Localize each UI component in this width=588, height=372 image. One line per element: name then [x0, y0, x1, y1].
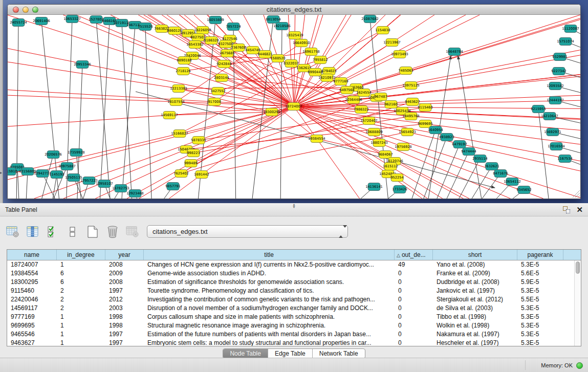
table-row[interactable]: 1456911722003Disruption of a novel membe… — [7, 304, 574, 313]
select-rows-icon[interactable] — [45, 224, 60, 239]
close-panel-icon[interactable]: ✕ — [576, 206, 583, 213]
table-cell[interactable]: 1 — [57, 330, 105, 339]
network-node[interactable]: 1615112 — [383, 163, 398, 170]
network-node[interactable]: 20691406 — [33, 17, 50, 25]
network-node[interactable]: 12213967 — [383, 39, 401, 47]
network-node[interactable]: 1167534 — [557, 155, 572, 163]
table-row[interactable]: 1938455462009Genome-wide association stu… — [7, 269, 574, 278]
network-node[interactable]: 17016504 — [548, 143, 565, 150]
network-node[interactable]: 9329981 — [552, 53, 567, 61]
network-edge[interactable] — [8, 112, 272, 180]
network-node[interactable]: 967487 — [374, 93, 387, 101]
network-node[interactable]: 3427552 — [210, 87, 225, 95]
network-node[interactable]: 10973493 — [391, 51, 408, 58]
table-cell[interactable]: 0 — [395, 339, 433, 346]
network-view-window[interactable]: citations_edges.txt 18724007240557242069… — [7, 4, 581, 199]
network-node[interactable]: 10688809 — [365, 128, 383, 136]
table-cell[interactable]: de Silva et al. (2003) — [433, 304, 517, 313]
network-edge[interactable] — [392, 15, 434, 42]
network-node[interactable]: 9227342 — [551, 68, 566, 75]
table-cell[interactable]: 0 — [395, 321, 433, 330]
network-node[interactable]: 13975125 — [402, 82, 420, 90]
table-cell[interactable]: 1 — [57, 313, 105, 321]
network-edge[interactable] — [317, 139, 360, 199]
network-node[interactable]: 9345652 — [516, 186, 531, 194]
network-node[interactable]: 8938923 — [439, 134, 454, 141]
network-node[interactable]: 16640910 — [293, 39, 310, 47]
table-cell[interactable]: 1997 — [105, 287, 144, 295]
network-edge[interactable] — [191, 98, 377, 163]
network-node[interactable]: 9777169 — [333, 78, 348, 85]
network-node[interactable]: 1733426 — [392, 186, 407, 193]
network-edge[interactable] — [202, 132, 407, 174]
network-node[interactable]: 6497568 — [339, 86, 354, 94]
table-cell[interactable]: Investigating the contribution of common… — [144, 295, 395, 304]
network-node[interactable]: 12093582 — [547, 82, 564, 90]
tab-edge-table[interactable]: Edge Table — [268, 349, 313, 358]
table-row[interactable]: 2242004622012Investigating the contribut… — [7, 295, 574, 304]
table-cell[interactable]: 0 — [395, 304, 433, 313]
network-node[interactable]: 1640954 — [428, 126, 443, 134]
network-node[interactable]: 7632621 — [484, 163, 499, 170]
network-node[interactable]: 9860128 — [167, 27, 182, 35]
table-cell[interactable]: 2 — [57, 287, 105, 295]
delete-table-icon[interactable] — [125, 224, 140, 239]
network-node[interactable]: 7485063 — [398, 67, 413, 75]
table-cell[interactable]: 2009 — [105, 269, 144, 278]
network-node[interactable]: 10958107 — [96, 180, 113, 188]
column-header-pagerank[interactable]: pagerank — [517, 250, 563, 260]
column-header-title[interactable]: title — [144, 250, 395, 260]
network-edge[interactable] — [202, 106, 294, 174]
network-node[interactable]: 21087682 — [361, 15, 379, 23]
network-node[interactable]: 11120087 — [562, 25, 579, 33]
network-edge[interactable] — [301, 15, 305, 43]
network-node[interactable]: 9242844 — [216, 60, 231, 68]
table-cell[interactable]: 18724007 — [7, 260, 57, 269]
table-cell[interactable]: Nakamura et al. (1997) — [433, 330, 517, 339]
table-settings-icon[interactable] — [5, 224, 20, 239]
network-node[interactable]: 18300295 — [263, 108, 280, 116]
network-node[interactable]: 18107554 — [167, 98, 185, 106]
network-node[interactable]: 16648784 — [446, 48, 463, 56]
table-cell[interactable]: Embryonic stem cells: a model to study s… — [144, 339, 395, 346]
table-cell[interactable]: Estimation of the future numbers of pati… — [144, 330, 395, 339]
network-node[interactable]: 998223 — [187, 149, 200, 157]
splitter-handle[interactable]: ▲▼ — [291, 203, 298, 206]
network-node[interactable]: 15654923 — [399, 128, 416, 136]
delete-icon[interactable] — [105, 224, 120, 239]
table-cell[interactable]: 5.5E-5 — [517, 295, 563, 304]
network-node[interactable]: 1145193 — [49, 171, 64, 179]
table-cell[interactable]: 22420046 — [7, 295, 57, 304]
table-row[interactable]: 1830029562008Estimation of significance … — [7, 278, 574, 287]
table-cell[interactable]: 2008 — [105, 278, 144, 287]
table-cell[interactable]: 49 — [395, 260, 433, 269]
network-node[interactable]: 952254 — [390, 174, 403, 182]
network-node[interactable]: 10654112 — [504, 178, 521, 186]
table-cell[interactable]: 9699695 — [7, 321, 57, 330]
table-cell[interactable]: Hescheler et al. (1997) — [433, 339, 517, 346]
network-node[interactable]: 1527802 — [89, 16, 103, 24]
network-node[interactable]: 2803144 — [214, 74, 229, 82]
network-node[interactable]: 7625402 — [173, 170, 188, 178]
network-node[interactable]: 5878335 — [191, 137, 206, 144]
network-node[interactable]: 3915910 — [8, 168, 17, 176]
table-cell[interactable]: 5.3E-5 — [517, 304, 563, 313]
table-cell[interactable]: 9463627 — [7, 339, 57, 346]
network-node[interactable]: 8471676 — [493, 170, 508, 178]
table-row[interactable]: 946362711997Embryonic stem cells: a mode… — [7, 339, 574, 346]
network-edge[interactable] — [464, 166, 492, 199]
network-node[interactable]: 16961758 — [302, 48, 320, 56]
table-cell[interactable]: 1997 — [105, 330, 144, 339]
network-node[interactable]: 14569117 — [161, 112, 178, 119]
table-cell[interactable]: 1 — [57, 339, 105, 346]
table-cell[interactable]: 5.3E-5 — [517, 321, 563, 330]
network-node[interactable]: 19384554 — [308, 135, 325, 143]
table-cell[interactable]: Wolkin et al. (1998) — [433, 321, 517, 330]
network-edge[interactable] — [320, 15, 346, 60]
network-node[interactable]: 17359928 — [68, 149, 85, 157]
network-node[interactable]: 15166827 — [171, 130, 188, 138]
network-node[interactable]: 7515526 — [138, 23, 153, 31]
row-height-icon[interactable] — [65, 224, 80, 239]
table-cell[interactable]: Tourette syndrome. Phenomenology and cla… — [144, 287, 395, 295]
table-row[interactable]: 911546021997Tourette syndrome. Phenomeno… — [7, 287, 574, 295]
